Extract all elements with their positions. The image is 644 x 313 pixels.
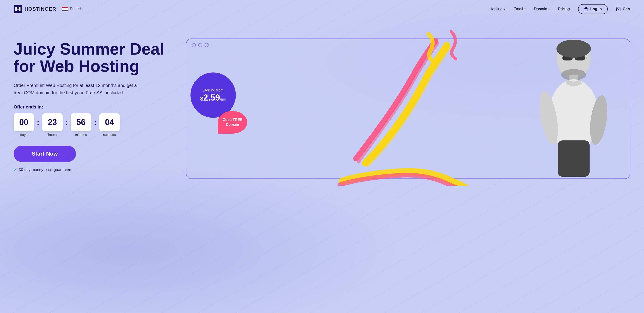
person-image bbox=[530, 32, 617, 177]
language-label: English bbox=[70, 7, 82, 11]
checkmark-icon: ✓ bbox=[14, 167, 17, 172]
countdown-days: 00 days bbox=[14, 113, 34, 137]
hero-section: Juicy Summer Deal for Web Hosting Order … bbox=[0, 18, 644, 199]
minutes-value: 56 bbox=[71, 113, 91, 131]
logo[interactable]: HOSTINGER bbox=[14, 5, 56, 13]
hero-content: Juicy Summer Deal for Web Hosting Order … bbox=[14, 40, 168, 172]
browser-dot-2 bbox=[198, 43, 202, 47]
hours-value: 23 bbox=[42, 113, 62, 131]
price-circle: Starting from $ 2.59 /mo bbox=[190, 72, 236, 118]
logo-icon bbox=[14, 5, 22, 13]
svg-point-2 bbox=[586, 10, 586, 10]
domain-badge: Get a FREE Domain bbox=[218, 111, 247, 134]
starting-from-label: Starting from bbox=[203, 88, 224, 92]
start-now-button[interactable]: Start Now bbox=[14, 146, 76, 162]
countdown-timer: 00 days : 23 hours : 56 minutes : 04 sec… bbox=[14, 113, 168, 137]
navbar: HOSTINGER English Hosting ▾ Email ▾ Doma… bbox=[0, 0, 644, 18]
days-value: 00 bbox=[14, 113, 34, 131]
price-period: /mo bbox=[220, 97, 226, 102]
browser-dot-1 bbox=[192, 43, 196, 47]
colon-separator: : bbox=[65, 118, 68, 127]
chevron-down-icon: ▾ bbox=[504, 7, 505, 11]
price-display: $ 2.59 /mo bbox=[200, 93, 226, 102]
countdown-seconds: 04 seconds bbox=[99, 113, 120, 137]
language-selector[interactable]: English bbox=[62, 7, 82, 11]
navbar-left: HOSTINGER English bbox=[14, 5, 82, 13]
navbar-right: Hosting ▾ Email ▾ Domain ▾ Pricing Log I… bbox=[489, 4, 630, 14]
svg-point-10 bbox=[556, 40, 591, 58]
nav-hosting[interactable]: Hosting ▾ bbox=[489, 7, 505, 11]
seconds-label: seconds bbox=[103, 133, 116, 137]
nav-pricing[interactable]: Pricing bbox=[558, 7, 570, 11]
countdown-minutes: 56 minutes bbox=[71, 113, 91, 137]
seconds-value: 04 bbox=[99, 113, 120, 131]
login-button[interactable]: Log In bbox=[578, 4, 608, 14]
chevron-down-icon: ▾ bbox=[548, 7, 550, 11]
svg-rect-16 bbox=[558, 141, 590, 177]
brand-name: HOSTINGER bbox=[24, 6, 56, 12]
flag-us-icon bbox=[62, 7, 68, 11]
cart-button[interactable]: Cart bbox=[616, 6, 630, 11]
lock-icon bbox=[584, 7, 588, 11]
hours-label: hours bbox=[48, 133, 57, 137]
days-label: days bbox=[20, 133, 28, 137]
nav-domain[interactable]: Domain ▾ bbox=[534, 7, 550, 11]
minutes-label: minutes bbox=[75, 133, 87, 137]
guarantee-text: ✓ 30-day money-back guarantee bbox=[14, 167, 168, 172]
hero-title: Juicy Summer Deal for Web Hosting bbox=[14, 40, 168, 75]
hero-subtitle: Order Premium Web Hosting for at least 1… bbox=[14, 82, 140, 96]
cart-icon bbox=[616, 6, 621, 11]
browser-dot-3 bbox=[204, 43, 208, 47]
price-value: 2.59 bbox=[203, 93, 220, 102]
colon-separator: : bbox=[94, 118, 96, 127]
offer-label: Offer ends in: bbox=[14, 104, 168, 110]
colon-separator: : bbox=[37, 118, 40, 127]
browser-dots bbox=[192, 43, 208, 47]
countdown-hours: 23 hours bbox=[42, 113, 62, 137]
chevron-down-icon: ▾ bbox=[524, 7, 526, 11]
nav-email[interactable]: Email ▾ bbox=[514, 7, 526, 11]
currency-symbol: $ bbox=[200, 96, 203, 102]
hero-visual: Starting from $ 2.59 /mo Get a FREE Doma… bbox=[168, 27, 630, 186]
